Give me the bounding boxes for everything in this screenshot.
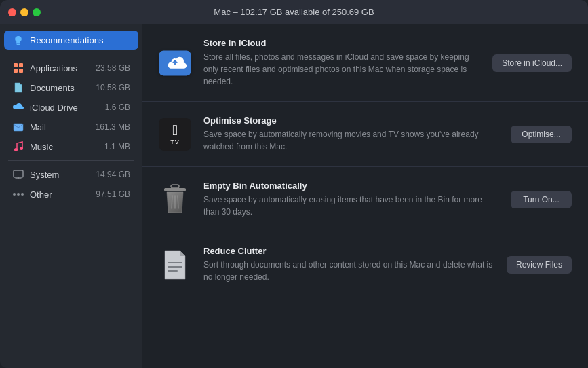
sidebar-label-recommendations: Recommendations [30, 35, 130, 45]
sidebar-label-other: Other [30, 189, 90, 200]
sidebar-label-mail: Mail [30, 122, 90, 132]
icloud-rec-icon [159, 47, 191, 79]
rec-text-icloud: Store in iCloud Store all files, photos … [203, 38, 480, 88]
sidebar-item-applications[interactable]: Applications 23.58 GB [4, 58, 138, 77]
sidebar-size-applications: 23.58 GB [96, 63, 130, 73]
close-button[interactable] [8, 8, 16, 16]
minimize-button[interactable] [20, 8, 28, 16]
main-layout: Recommendations Applications 23.58 GB [0, 24, 588, 368]
svg-line-16 [172, 196, 172, 208]
rec-title-reduce-clutter: Reduce Clutter [203, 246, 494, 256]
sidebar-size-icloud: 1.6 GB [105, 103, 130, 112]
svg-rect-2 [14, 63, 18, 67]
svg-rect-9 [14, 170, 23, 177]
mail-icon [12, 121, 24, 133]
sidebar-item-recommendations[interactable]: Recommendations [4, 31, 138, 50]
rec-item-reduce-clutter: Reduce Clutter Sort through documents an… [142, 232, 588, 297]
sidebar-label-icloud: iCloud Drive [30, 103, 100, 113]
rec-title-optimise: Optimise Storage [203, 115, 498, 126]
rec-text-empty-bin: Empty Bin Automatically Save space by au… [203, 181, 498, 218]
optimise-button[interactable]: Optimise... [511, 126, 572, 143]
rec-desc-empty-bin: Save space by automatically erasing item… [203, 194, 498, 218]
rec-title-icloud: Store in iCloud [203, 38, 480, 48]
sidebar-item-music[interactable]: Music 1.1 MB [4, 137, 138, 156]
svg-rect-5 [19, 69, 23, 73]
doc-rec-icon [159, 249, 191, 281]
sidebar-label-documents: Documents [30, 83, 90, 93]
icloud-drive-icon [12, 101, 24, 113]
sidebar-size-system: 14.94 GB [96, 170, 130, 179]
svg-point-11 [17, 193, 20, 196]
sidebar-item-documents[interactable]: Documents 10.58 GB [4, 78, 138, 97]
sidebar-item-system[interactable]: System 14.94 GB [4, 165, 138, 184]
svg-rect-14 [171, 185, 179, 188]
icloud-button[interactable]: Store in iCloud... [492, 54, 572, 72]
appletv-icon:  TV [159, 118, 191, 151]
sidebar-item-other[interactable]: Other 97.51 GB [4, 185, 138, 204]
svg-rect-0 [16, 43, 20, 44]
sidebar-size-mail: 161.3 MB [96, 122, 130, 132]
sidebar-size-documents: 10.58 GB [96, 83, 130, 92]
svg-point-8 [20, 147, 23, 150]
svg-point-7 [14, 148, 18, 151]
system-icon [12, 168, 24, 181]
reduce-clutter-button[interactable]: Review Files [507, 256, 572, 274]
recommendations-content: Store in iCloud Store all files, photos … [142, 24, 588, 368]
other-icon [12, 188, 24, 200]
sidebar-divider-1 [8, 54, 134, 54]
svg-line-18 [178, 196, 178, 208]
appletv-rec-icon:  TV [159, 118, 191, 151]
svg-rect-3 [19, 63, 23, 67]
sidebar-size-other: 97.51 GB [96, 189, 130, 199]
sidebar-size-music: 1.1 MB [104, 142, 130, 151]
rec-item-empty-bin: Empty Bin Automatically Save space by au… [142, 167, 588, 232]
rec-text-reduce-clutter: Reduce Clutter Sort through documents an… [203, 246, 494, 283]
rec-title-empty-bin: Empty Bin Automatically [203, 181, 498, 191]
rec-item-icloud: Store in iCloud Store all files, photos … [142, 24, 588, 102]
svg-point-10 [13, 193, 16, 196]
svg-rect-4 [14, 69, 18, 73]
svg-point-12 [21, 193, 24, 196]
rec-item-optimise:  TV Optimise Storage Save space by auto… [142, 102, 588, 167]
music-icon [12, 141, 24, 153]
titlebar: Mac – 102.17 GB available of 250.69 GB [0, 0, 588, 24]
sidebar-divider-2 [8, 160, 134, 161]
sidebar: Recommendations Applications 23.58 GB [0, 24, 142, 368]
empty-bin-button[interactable]: Turn On... [511, 191, 572, 208]
window-title: Mac – 102.17 GB available of 250.69 GB [214, 7, 374, 17]
maximize-button[interactable] [33, 8, 41, 16]
svg-rect-1 [17, 44, 20, 45]
rec-desc-reduce-clutter: Sort through documents and other content… [203, 259, 494, 283]
rec-text-optimise: Optimise Storage Save space by automatic… [203, 115, 498, 153]
sidebar-label-system: System [30, 170, 90, 180]
sidebar-item-icloud-drive[interactable]: iCloud Drive 1.6 GB [4, 98, 138, 117]
applications-icon [12, 62, 24, 74]
recommendations-icon [12, 34, 24, 46]
rec-desc-icloud: Store all files, photos and messages in … [203, 51, 480, 88]
traffic-lights [8, 8, 41, 16]
apple-logo:  [172, 123, 178, 138]
tv-label: TV [170, 139, 180, 145]
documents-icon [12, 81, 24, 94]
bin-rec-icon [159, 183, 191, 216]
rec-desc-optimise: Save space by automatically removing mov… [203, 128, 498, 153]
sidebar-label-music: Music [30, 142, 99, 152]
svg-rect-15 [164, 188, 186, 191]
sidebar-item-mail[interactable]: Mail 161.3 MB [4, 117, 138, 136]
sidebar-label-applications: Applications [30, 63, 90, 73]
